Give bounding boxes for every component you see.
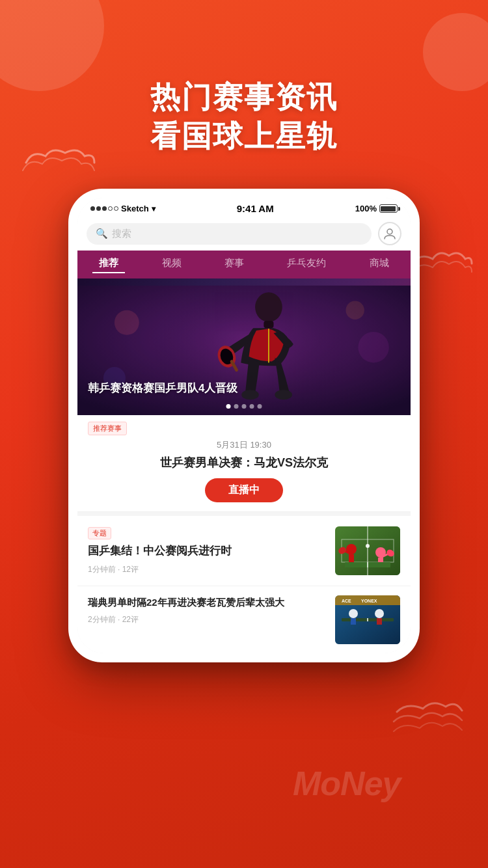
- news-title-1: 国乒集结！中公赛阅兵进行时: [88, 543, 326, 559]
- status-right: 100%: [355, 204, 398, 213]
- news-content-1: 专题 国乒集结！中公赛阅兵进行时 1分钟前 · 12评: [88, 526, 326, 575]
- live-button[interactable]: 直播中: [205, 478, 283, 502]
- search-input-container[interactable]: 🔍 搜索: [87, 223, 372, 245]
- svg-point-35: [349, 609, 358, 618]
- banner-dots: [226, 404, 262, 409]
- match-title: 世乒赛男单决赛：马龙VS法尔克: [88, 455, 400, 470]
- phone-screen: Sketch ▾ 9:41 AM 100% 🔍 搜索: [77, 198, 411, 653]
- signal-dot-1: [90, 206, 95, 211]
- cloud-deco-right: [410, 247, 475, 280]
- news-item-1[interactable]: 专题 国乒集结！中公赛阅兵进行时 1分钟前 · 12评: [77, 516, 411, 586]
- signal-dot-3: [102, 206, 107, 211]
- match-datetime: 5月31日 19:30: [88, 439, 400, 451]
- svg-text:ACE: ACE: [342, 599, 351, 603]
- tab-friends[interactable]: 乒乓友约: [280, 257, 332, 273]
- cloud-deco-bottom: [390, 699, 468, 738]
- signal-dot-5: [114, 206, 118, 211]
- phone-outer-frame: Sketch ▾ 9:41 AM 100% 🔍 搜索: [68, 189, 420, 662]
- wifi-icon: ▾: [152, 204, 156, 213]
- news-meta-2: 2分钟前 · 22评: [88, 614, 326, 625]
- svg-point-0: [387, 229, 392, 234]
- svg-point-37: [375, 609, 384, 618]
- svg-point-13: [358, 332, 388, 362]
- hero-title: 热门赛事资讯 看国球上星轨: [0, 78, 488, 156]
- hero-line2: 看国球上星轨: [150, 119, 338, 153]
- signal-dot-2: [96, 206, 101, 211]
- news-thumb-2: ACE YONEX: [335, 595, 400, 644]
- battery-fill: [381, 206, 396, 211]
- tab-matches[interactable]: 赛事: [218, 257, 251, 273]
- banner-dot-5: [258, 404, 262, 409]
- hero-text-block: 热门赛事资讯 看国球上星轨: [0, 78, 488, 156]
- search-bar: 🔍 搜索: [77, 217, 411, 251]
- tab-recommend[interactable]: 推荐: [92, 257, 125, 273]
- status-time: 9:41 AM: [237, 203, 274, 214]
- thumb-svg-2: ACE YONEX: [335, 595, 400, 644]
- tab-shop[interactable]: 商城: [363, 257, 396, 273]
- news-meta-1: 1分钟前 · 12评: [88, 564, 326, 575]
- user-icon: [383, 227, 396, 240]
- svg-point-11: [115, 310, 139, 335]
- news-content-2: 瑞典男单时隔22年再进决赛老瓦赞后辈太强大 2分钟前 · 22评: [88, 595, 326, 625]
- svg-rect-36: [351, 618, 356, 625]
- svg-point-26: [366, 544, 370, 548]
- news-title-2: 瑞典男单时隔22年再进决赛老瓦赞后辈太强大: [88, 595, 326, 609]
- money-watermark: MoNey: [293, 764, 400, 803]
- status-left: Sketch ▾: [90, 204, 156, 213]
- svg-rect-19: [349, 554, 354, 562]
- svg-text:YONEX: YONEX: [361, 599, 377, 603]
- bg-decoration-circle-1: [0, 0, 104, 91]
- banner-dot-4: [250, 404, 254, 409]
- banner-dot-3: [242, 404, 247, 409]
- signal-dot-4: [108, 206, 113, 211]
- featured-match-card: 推荐赛事 5月31日 19:30 世乒赛男单决赛：马龙VS法尔克 直播中: [77, 415, 411, 512]
- hero-line1: 热门赛事资讯: [150, 80, 338, 114]
- carrier-name: Sketch: [121, 204, 149, 213]
- svg-rect-38: [377, 618, 382, 625]
- hero-banner-caption: 韩乒赛资格赛国乒男队4人晋级: [88, 381, 237, 396]
- signal-dots: [90, 206, 118, 211]
- battery-percent: 100%: [355, 204, 377, 213]
- search-icon: 🔍: [96, 228, 108, 239]
- nav-tabs: 推荐 视频 赛事 乒乓友约 商城: [77, 251, 411, 278]
- user-avatar-button[interactable]: [378, 222, 401, 245]
- banner-dot-2: [234, 404, 239, 409]
- news-tag-1: 专题: [88, 527, 111, 539]
- banner-dot-1: [226, 404, 231, 409]
- hero-banner[interactable]: 韩乒赛资格赛国乒男队4人晋级: [77, 278, 411, 415]
- tab-video[interactable]: 视频: [156, 257, 188, 273]
- status-bar: Sketch ▾ 9:41 AM 100%: [77, 198, 411, 217]
- svg-point-12: [346, 301, 364, 319]
- news-thumb-1: [335, 526, 400, 575]
- thumb-svg-1: [335, 526, 400, 575]
- news-list: 专题 国乒集结！中公赛阅兵进行时 1分钟前 · 12评: [77, 516, 411, 653]
- featured-badge: 推荐赛事: [88, 422, 127, 435]
- news-item-2[interactable]: 瑞典男单时隔22年再进决赛老瓦赞后辈太强大 2分钟前 · 22评: [77, 586, 411, 653]
- phone-mockup: Sketch ▾ 9:41 AM 100% 🔍 搜索: [68, 189, 420, 662]
- battery-icon: [379, 204, 398, 213]
- search-placeholder: 搜索: [112, 228, 131, 240]
